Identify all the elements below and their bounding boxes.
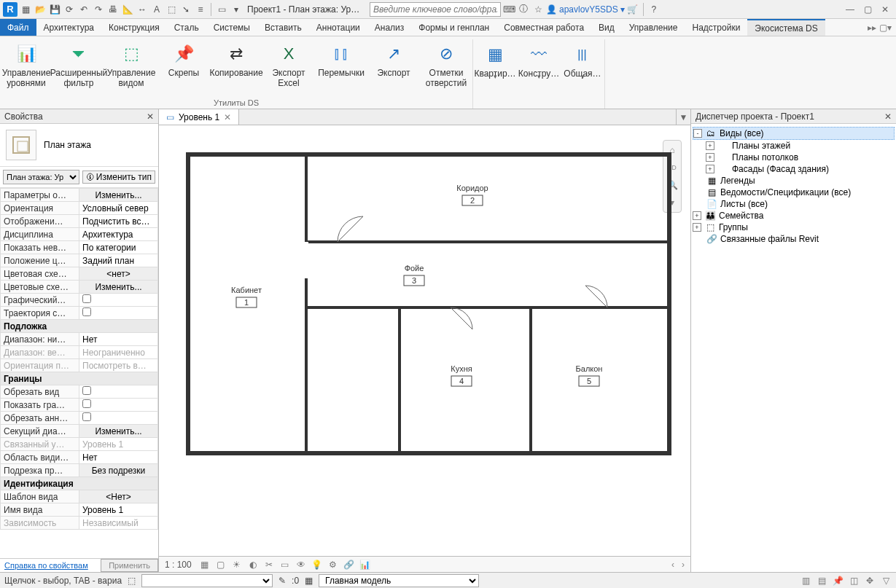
prop-check-17[interactable] xyxy=(82,412,91,421)
tree-node-9[interactable]: 🔗Связанные файлы Revit xyxy=(693,233,895,245)
tree-expander[interactable]: + xyxy=(693,223,701,232)
browser-close-icon[interactable]: ✕ xyxy=(884,111,892,122)
ribbon-btn-6[interactable]: ⫿⫿Перемычки xyxy=(315,39,367,82)
menu-item-3[interactable]: Сталь xyxy=(167,19,206,36)
search-input[interactable] xyxy=(370,2,501,17)
prop-val-24[interactable]: Уровень 1 xyxy=(79,503,158,517)
menu-item-13[interactable]: Экосистема DS xyxy=(747,19,825,36)
select-face-icon[interactable]: ◫ xyxy=(848,575,860,587)
reveal-icon[interactable]: ⚙ xyxy=(327,559,339,571)
detail-level-icon[interactable]: ▦ xyxy=(199,559,211,571)
ribbon-btn-1[interactable]: ⏷Расширенныйфильтр xyxy=(52,39,105,92)
view-tabs-dropdown-icon[interactable]: ▼ xyxy=(676,109,690,125)
prop-val-4[interactable]: По категории xyxy=(79,241,158,254)
menu-item-11[interactable]: Управление xyxy=(622,19,685,36)
prop-val-13[interactable]: Посмотреть в… xyxy=(79,359,158,372)
prop-val-2[interactable]: Подчистить вс… xyxy=(79,215,158,228)
menu-item-5[interactable]: Вставить xyxy=(257,19,309,36)
prop-btn-18[interactable]: Изменить... xyxy=(79,425,158,438)
ribbon-btn-4[interactable]: ⇄Копирование xyxy=(210,39,262,82)
project-browser-tree[interactable]: -🗂Виды (все)+Планы этажей+Планы потолков… xyxy=(691,124,896,572)
shadows-icon[interactable]: ◐ xyxy=(247,559,259,571)
sun-path-icon[interactable]: ☀ xyxy=(231,559,243,571)
tree-node-8[interactable]: +⬚Группы xyxy=(693,222,895,233)
filter-sb-icon[interactable]: ▽ xyxy=(880,575,892,587)
tree-node-5[interactable]: ▤Ведомости/Спецификации (все) xyxy=(693,187,895,198)
prop-check-15[interactable] xyxy=(82,386,91,395)
tree-node-6[interactable]: 📄Листы (все) xyxy=(693,198,895,210)
menu-item-4[interactable]: Системы xyxy=(206,19,257,36)
view-status-chevrons[interactable]: ‹ › xyxy=(671,560,685,570)
ribbon-btn-3[interactable]: 📌Скрепы xyxy=(157,39,210,82)
constraints-icon[interactable]: 🔗 xyxy=(343,559,355,571)
select-pinned-icon[interactable]: 📌 xyxy=(832,575,844,587)
prop-btn-23[interactable]: <Нет> xyxy=(79,490,158,503)
tree-node-1[interactable]: +Планы этажей xyxy=(693,140,895,152)
tree-node-7[interactable]: +👪Семейства xyxy=(693,210,895,222)
print-icon[interactable]: 🖶 xyxy=(106,3,120,16)
help-icon[interactable]: ? xyxy=(647,3,661,16)
prop-val-19[interactable]: Уровень 1 xyxy=(79,438,158,451)
prop-val-25[interactable]: Независимый xyxy=(79,517,158,530)
tree-node-0[interactable]: -🗂Виды (все) xyxy=(693,127,895,140)
drawing-canvas[interactable]: ⌂ 2D 🔍 ▾ xyxy=(159,125,690,556)
text-icon[interactable]: A xyxy=(150,3,163,16)
qa-icon[interactable]: ▦ xyxy=(19,3,32,16)
user-menu[interactable]: 👤 apavlovY5SDS ▾ xyxy=(546,4,625,15)
minimize-button[interactable]: — xyxy=(842,3,858,16)
cart-icon[interactable]: 🛒 xyxy=(626,3,639,16)
model-selector[interactable]: Главная модель xyxy=(319,574,479,587)
prop-btn-7[interactable]: Изменить... xyxy=(79,281,158,294)
menu-item-6[interactable]: Аннотации xyxy=(309,19,367,36)
menu-item-9[interactable]: Совместная работа xyxy=(496,19,591,36)
prop-val-1[interactable]: Условный север xyxy=(79,202,158,215)
cube-icon[interactable]: ⬚ xyxy=(165,3,178,16)
prop-val-12[interactable]: Неограниченно xyxy=(79,346,158,359)
model-icon[interactable]: ▦ xyxy=(305,576,313,586)
menu-item-7[interactable]: Анализ xyxy=(367,19,412,36)
maximize-button[interactable]: ▢ xyxy=(860,3,876,16)
close-button[interactable]: ✕ xyxy=(877,3,893,16)
editable-icon[interactable]: ✎ xyxy=(278,576,286,586)
undo-icon[interactable]: ↶ xyxy=(77,3,90,16)
properties-close-icon[interactable]: ✕ xyxy=(147,111,154,122)
prop-btn-21[interactable]: Без подрезки xyxy=(79,464,158,477)
properties-help-link[interactable]: Справка по свойствам xyxy=(0,559,101,572)
view-tab-close-icon[interactable]: ✕ xyxy=(224,112,231,122)
keyboard-icon[interactable]: ⌨ xyxy=(502,3,515,16)
ribbon-dd-icon[interactable]: ▢▾ xyxy=(879,23,892,33)
prop-btn-0[interactable]: Изменить... xyxy=(79,189,158,202)
nav-icon[interactable]: ➘ xyxy=(179,3,192,16)
instance-selector[interactable]: План этажа: Ур xyxy=(3,170,79,184)
workset-selector[interactable] xyxy=(141,574,273,587)
apply-button[interactable]: Применить xyxy=(101,559,158,572)
prop-val-5[interactable]: Задний план xyxy=(79,254,158,267)
dim-icon[interactable]: ↔ xyxy=(136,3,149,16)
tree-expander[interactable]: + xyxy=(706,165,714,173)
view-tab-active[interactable]: ▭ Уровень 1 ✕ xyxy=(159,109,239,125)
tree-expander[interactable]: + xyxy=(693,211,701,220)
visual-style-icon[interactable]: ▢ xyxy=(215,559,227,571)
menu-item-8[interactable]: Формы и генплан xyxy=(411,19,496,36)
crop-icon[interactable]: ✂ xyxy=(263,559,275,571)
lightbulb-icon[interactable]: 💡 xyxy=(311,559,323,571)
save-icon[interactable]: 💾 xyxy=(48,3,61,16)
prop-check-16[interactable] xyxy=(82,399,91,408)
edit-type-button[interactable]: 🛈 Изменить тип xyxy=(82,170,155,184)
menu-item-12[interactable]: Надстройки xyxy=(685,19,748,36)
ribbon-btn-2[interactable]: ⬚Управлениевидом xyxy=(105,39,157,92)
tree-node-3[interactable]: +Фасады (Фасад здания) xyxy=(693,163,895,175)
tree-node-2[interactable]: +Планы потолков xyxy=(693,152,895,163)
info-icon[interactable]: ⓘ xyxy=(517,3,530,16)
menu-item-1[interactable]: Архитектура xyxy=(36,19,102,36)
tree-node-4[interactable]: ▦Легенды xyxy=(693,175,895,187)
open-icon[interactable]: 📂 xyxy=(34,3,47,16)
tree-expander[interactable]: + xyxy=(706,153,714,162)
tree-expander[interactable]: + xyxy=(706,141,714,150)
ribbon-panel-0[interactable]: ▦Квартир…▾ xyxy=(473,39,517,83)
analytical-icon[interactable]: 📊 xyxy=(359,559,371,571)
ribbon-collapse-icon[interactable]: ▸▸ xyxy=(868,23,876,33)
sync-icon[interactable]: ⟳ xyxy=(63,3,76,16)
status-icon[interactable]: ⬚ xyxy=(128,576,136,586)
prop-val-20[interactable]: Нет xyxy=(79,451,158,464)
